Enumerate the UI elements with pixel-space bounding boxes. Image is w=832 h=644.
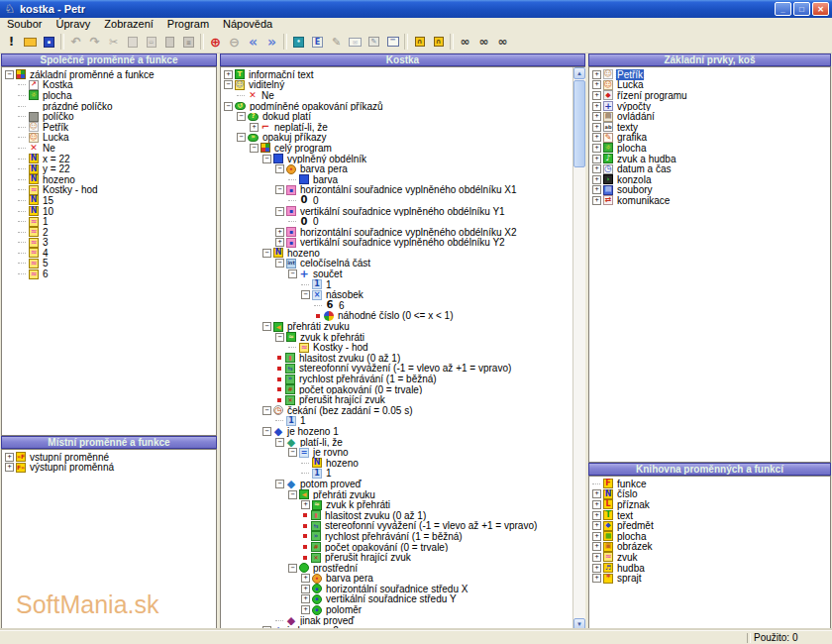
navigate-forward-icon[interactable]: » — [262, 33, 281, 51]
tree-item-label[interactable]: horizontální souřadnice středu X — [325, 584, 468, 594]
tree-item[interactable]: ▮hlasitost zvuku (0 až 1) — [221, 510, 584, 521]
tree-item-label[interactable]: datum a čas — [616, 163, 672, 174]
tree-item-label[interactable]: plocha — [616, 143, 647, 154]
tree-item[interactable]: ◆jinak proveď — [221, 615, 584, 626]
tree-item[interactable]: +≈zvuk k přehráti — [221, 499, 584, 510]
expand-toggle[interactable]: + — [592, 542, 601, 551]
collapse-toggle[interactable]: − — [275, 207, 284, 216]
tree-item-label[interactable]: 6 — [338, 300, 346, 311]
tree-item[interactable]: −?dokud platí — [221, 111, 584, 122]
tree-item[interactable]: −◆platí-li, že — [221, 437, 584, 448]
tree-item[interactable]: −▪horizontální souřadnice vyplněného obd… — [221, 185, 584, 196]
tree-item-label[interactable]: potom proveď — [299, 479, 363, 489]
tree-item[interactable]: +abtexty — [589, 122, 830, 133]
tree-item-label[interactable]: y = 22 — [42, 163, 71, 174]
tree-item[interactable]: #počet opakování (0 = trvale) — [221, 542, 584, 553]
tree-item[interactable]: N15 — [2, 195, 216, 206]
tree-item[interactable]: 66 — [221, 300, 584, 311]
collapse-toggle[interactable]: − — [288, 564, 297, 573]
collapse-toggle[interactable]: − — [275, 480, 284, 488]
lock-icon[interactable]: • — [289, 33, 308, 51]
expand-toggle[interactable]: + — [592, 532, 601, 541]
tree-item-label[interactable]: celočíselná část — [299, 259, 371, 269]
lock-functions-icon[interactable]: ∩ — [429, 33, 448, 51]
tree-item-label[interactable]: 0 — [312, 216, 320, 227]
tree-item[interactable]: +Tinformační text — [221, 69, 584, 80]
tree-item-label[interactable]: Kostka — [42, 80, 74, 91]
tree-item-label[interactable]: prostřední — [312, 563, 359, 574]
expand-toggle[interactable]: + — [592, 574, 601, 583]
tree-item[interactable]: ⇆stereofonní vyvážení (-1 = vlevo až +1 … — [221, 521, 584, 532]
tree-item-label[interactable]: x = 22 — [42, 154, 71, 164]
tree-item[interactable]: −»opakuj příkazy — [221, 133, 584, 144]
lock-variables-icon[interactable]: ∩ — [410, 33, 429, 51]
tree-item[interactable]: N10 — [2, 206, 216, 217]
tree-item-label[interactable]: 4 — [42, 248, 50, 259]
tree-item-label[interactable]: Kostky - hod — [312, 342, 369, 353]
tree-item[interactable]: +◆předmět — [589, 520, 830, 531]
tree-item[interactable]: políčko — [2, 111, 216, 122]
expand-toggle[interactable]: + — [592, 133, 601, 142]
expand-toggle[interactable]: + — [592, 511, 601, 520]
expand-toggle[interactable]: + — [592, 500, 601, 509]
expand-toggle[interactable]: + — [592, 164, 601, 173]
tree-item[interactable]: ≈Kostky - hod — [221, 342, 584, 353]
tree-item[interactable]: +▪poloměr — [221, 604, 584, 615]
expand-toggle[interactable]: + — [592, 155, 601, 163]
tree-item[interactable]: +F»výstupní proměnná — [2, 463, 216, 474]
tree-item-label[interactable]: políčko — [42, 111, 75, 122]
expand-toggle[interactable]: + — [592, 185, 601, 194]
tree-item-label[interactable]: Ne — [42, 143, 56, 154]
tree-item-label[interactable]: číslo — [616, 489, 639, 500]
tree-item-label[interactable]: hlasitost zvuku (0 až 1) — [324, 510, 427, 521]
tree-item[interactable]: #počet opakování (0 = trvale) — [221, 384, 584, 395]
properties-icon[interactable]: ✎ — [364, 33, 383, 51]
tree-item-label[interactable]: plocha — [616, 531, 647, 542]
tree-item[interactable]: +▪horizontální souřadnice vyplněného obd… — [221, 227, 584, 238]
tree-item-label[interactable]: výstupní proměnná — [29, 463, 115, 474]
expand-toggle[interactable]: + — [592, 102, 601, 111]
tree-item-label[interactable]: násobek — [325, 289, 364, 300]
tree-item-label[interactable]: Lucka — [616, 80, 645, 91]
tree-item-label[interactable]: hozeno — [325, 458, 360, 469]
tree-item-label[interactable]: texty — [616, 122, 639, 133]
tree-item-label[interactable]: stereofonní vyvážení (-1 = vlevo až +1 =… — [324, 521, 538, 532]
tree-item[interactable]: −vyplněný obdélník — [221, 154, 584, 164]
tree-item-label[interactable]: vstupní proměnné — [29, 452, 110, 463]
tree-item-label[interactable]: hozeno — [286, 248, 321, 259]
tree-item[interactable]: ↗Kostka — [2, 80, 216, 91]
tree-item-label[interactable]: zvuk k přehráti — [299, 332, 365, 343]
tree-item[interactable]: +▪vertikální souřadnice vyplněného obdél… — [221, 238, 584, 249]
expand-toggle[interactable]: + — [592, 175, 601, 184]
tree-item-label[interactable]: opakuj příkazy — [261, 133, 327, 144]
collapse-toggle[interactable]: − — [237, 112, 246, 121]
tree-item[interactable]: »rychlost přehrávání (1 = běžná) — [221, 374, 584, 384]
expand-toggle[interactable]: + — [224, 70, 233, 79]
tree-item[interactable]: +◷datum a čas — [589, 163, 830, 174]
tree-item[interactable]: Ffunkce — [589, 479, 830, 489]
tree-item-label[interactable]: přerušit hrající zvuk — [298, 394, 386, 405]
expand-toggle[interactable]: + — [5, 453, 14, 462]
tree-item-label[interactable]: horizontální souřadnice vyplněného obdél… — [299, 185, 518, 196]
tree-item-label[interactable]: hozeno — [42, 174, 76, 185]
expand-toggle[interactable]: + — [592, 91, 601, 100]
tree-item[interactable]: +Nčíslo — [589, 489, 830, 500]
expand-toggle[interactable]: + — [592, 521, 601, 530]
tree-item-label[interactable]: celý program — [273, 143, 333, 154]
tree-item-label[interactable]: Ne — [260, 90, 275, 101]
tree-item[interactable]: Nhozeno — [221, 458, 584, 469]
collapse-toggle[interactable]: − — [262, 427, 271, 436]
tree-item-label[interactable]: Lucka — [42, 133, 70, 144]
tree-item[interactable]: −◷čekání (bez zadání = 0.05 s) — [221, 405, 584, 416]
tree-item-label[interactable]: Petřík — [616, 69, 644, 80]
collapse-toggle[interactable]: − — [262, 322, 271, 331]
tree-item[interactable]: ≈3 — [2, 238, 216, 249]
menu-upravy[interactable]: Úpravy — [49, 18, 97, 31]
expand-toggle[interactable]: + — [275, 228, 284, 237]
tree-item-label[interactable]: barva pera — [325, 574, 374, 585]
cut-icon[interactable]: ✂ — [104, 33, 123, 51]
tree-item-label[interactable]: barva pera — [299, 163, 349, 174]
menu-program[interactable]: Program — [160, 18, 216, 31]
zoom-in-icon[interactable]: ⊕ — [206, 33, 225, 51]
scroll-thumb[interactable] — [573, 80, 585, 167]
